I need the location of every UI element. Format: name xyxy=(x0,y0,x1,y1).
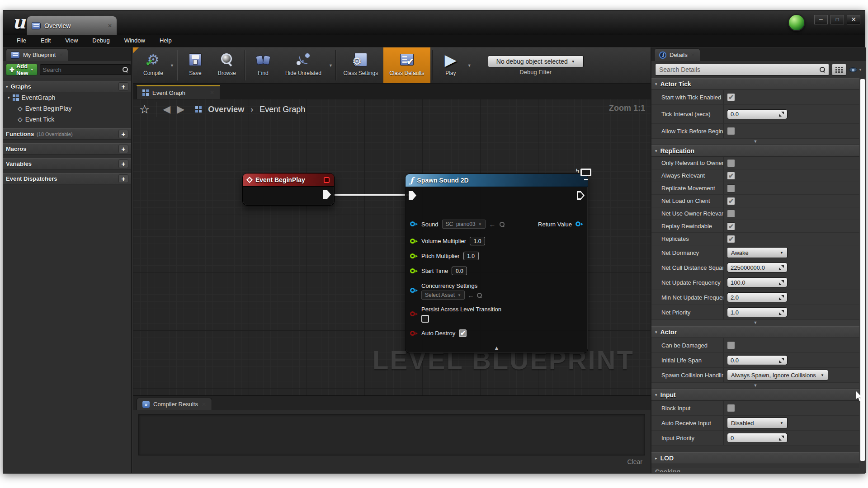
concurrency-asset-dropdown[interactable]: Select Asset ▼ xyxy=(421,291,465,300)
pitch-multiplier-pin[interactable] xyxy=(410,253,418,259)
section-graphs[interactable]: ▾ Graphs + xyxy=(3,81,131,92)
hide-unrelated-options-chevron[interactable]: ▼ xyxy=(329,63,333,68)
tree-item-event-beginplay[interactable]: ◇ Event BeginPlay xyxy=(3,103,131,114)
debug-filter-dropdown[interactable]: No debug object selected ▼ xyxy=(488,56,584,67)
dropdown[interactable]: Always Spawn, Ignore Collisions▼ xyxy=(727,370,828,380)
nav-back-button[interactable]: ◀ xyxy=(163,103,170,115)
menu-view[interactable]: View xyxy=(59,35,84,47)
play-options-chevron[interactable]: ▼ xyxy=(467,63,472,68)
class-defaults-button[interactable]: Class Defaults xyxy=(383,47,430,83)
add-function-button[interactable]: + xyxy=(118,130,128,138)
section-replication[interactable]: ▾ Replication xyxy=(651,145,859,157)
browse-asset-icon[interactable] xyxy=(477,293,482,298)
pitch-multiplier-input[interactable]: 1.0 xyxy=(463,252,479,260)
close-button[interactable]: ✕ xyxy=(847,15,860,24)
menu-window[interactable]: Window xyxy=(118,35,151,47)
return-value-pin[interactable] xyxy=(576,221,583,227)
checkbox[interactable] xyxy=(727,222,735,230)
section-event-dispatchers[interactable]: Event Dispatchers + xyxy=(3,173,131,184)
expander-chevron[interactable]: ▼ xyxy=(651,320,859,326)
drag-resize-icon[interactable] xyxy=(779,295,784,300)
close-tab-icon[interactable]: ✕ xyxy=(202,402,206,407)
exec-in-pin[interactable] xyxy=(409,191,416,200)
clear-button[interactable]: Clear xyxy=(627,458,642,465)
start-time-pin[interactable] xyxy=(410,268,418,274)
sound-pin[interactable] xyxy=(410,221,418,227)
hide-unrelated-button[interactable]: Hide Unrelated xyxy=(279,47,328,83)
close-tab-icon[interactable]: ✕ xyxy=(210,90,214,95)
details-search[interactable] xyxy=(655,64,829,75)
exec-out-pin[interactable] xyxy=(323,190,331,199)
exec-out-pin[interactable] xyxy=(577,191,585,200)
section-input[interactable]: ▾ Input xyxy=(651,389,859,401)
tab-event-graph[interactable]: Event Graph ✕ xyxy=(137,85,220,99)
overview-app-tab[interactable]: Overview ✕ xyxy=(27,16,117,35)
minimize-button[interactable]: ─ xyxy=(814,15,828,24)
number-input[interactable]: 0.0 xyxy=(727,109,788,119)
compile-button[interactable]: ⚙✔ Compile xyxy=(137,47,169,83)
drag-resize-icon[interactable] xyxy=(779,310,784,315)
blueprint-search-input[interactable] xyxy=(43,66,123,73)
persist-checkbox[interactable] xyxy=(421,315,429,323)
add-event-dispatcher-button[interactable]: + xyxy=(118,174,128,183)
add-graph-button[interactable]: + xyxy=(118,82,128,91)
close-tab-icon[interactable]: ✕ xyxy=(59,52,63,58)
drag-resize-icon[interactable] xyxy=(779,436,784,441)
checkbox[interactable] xyxy=(727,93,735,101)
number-input[interactable]: 1.0 xyxy=(727,307,788,317)
drag-resize-icon[interactable] xyxy=(779,358,784,363)
add-new-button[interactable]: ✚ Add New ▼ xyxy=(6,64,38,75)
class-settings-button[interactable]: Class Settings xyxy=(338,47,383,83)
number-input[interactable]: 0.0 xyxy=(727,355,788,365)
details-visibility-button[interactable]: ▼ xyxy=(849,67,862,72)
nav-forward-button[interactable]: ▶ xyxy=(177,103,184,115)
volume-multiplier-input[interactable]: 1.0 xyxy=(470,237,485,245)
auto-destroy-checkbox[interactable] xyxy=(459,329,467,337)
auto-destroy-pin[interactable] xyxy=(410,331,418,336)
expander-chevron[interactable]: ▼ xyxy=(651,139,859,145)
compile-options-chevron[interactable]: ▼ xyxy=(170,63,174,68)
checkbox[interactable] xyxy=(727,127,735,135)
connection-globe-icon[interactable] xyxy=(788,14,805,31)
checkbox[interactable] xyxy=(727,184,735,192)
section-variables[interactable]: Variables + xyxy=(3,158,131,169)
node-event-beginplay[interactable]: Event BeginPlay xyxy=(242,173,335,206)
expander-chevron[interactable]: ▼ xyxy=(651,383,859,389)
section-functions[interactable]: Functions (18 Overridable) + xyxy=(3,128,131,140)
drag-resize-icon[interactable] xyxy=(779,112,784,117)
section-actor-tick[interactable]: ▾ Actor Tick xyxy=(651,78,859,90)
browse-asset-icon[interactable] xyxy=(500,222,505,227)
play-button[interactable]: ▶ Play xyxy=(435,47,467,83)
details-scrollbar[interactable] xyxy=(860,79,865,461)
collapse-node-arrow[interactable]: ▲ xyxy=(494,345,500,351)
menu-help[interactable]: Help xyxy=(153,35,178,47)
menu-debug[interactable]: Debug xyxy=(86,35,116,47)
breadcrumb-overview[interactable]: Overview xyxy=(208,105,244,114)
details-search-input[interactable] xyxy=(659,66,820,73)
drag-resize-icon[interactable] xyxy=(779,265,784,270)
sound-asset-dropdown[interactable]: SC_piano03 ▼ xyxy=(442,220,486,229)
close-tab-icon[interactable]: ✕ xyxy=(691,52,695,58)
add-macro-button[interactable]: + xyxy=(118,145,128,153)
dropdown[interactable]: Awake▼ xyxy=(727,247,788,258)
checkbox[interactable] xyxy=(727,159,735,167)
section-cooking-partial[interactable]: Cooking xyxy=(651,468,859,472)
persist-pin[interactable] xyxy=(410,311,418,317)
section-lod[interactable]: ▸ LOD xyxy=(651,452,859,464)
find-button[interactable]: Find xyxy=(247,47,279,83)
menu-file[interactable]: File xyxy=(10,35,33,47)
volume-multiplier-pin[interactable] xyxy=(410,239,418,244)
tree-item-eventgraph[interactable]: ▾ EventGraph xyxy=(3,92,131,103)
tab-my-blueprint[interactable]: My Blueprint ✕ xyxy=(6,48,68,61)
tab-details[interactable]: i Details ✕ xyxy=(654,48,700,61)
checkbox[interactable] xyxy=(727,197,735,205)
property-matrix-button[interactable] xyxy=(832,64,846,75)
tab-compiler-results[interactable]: » Compiler Results ✕ xyxy=(137,398,212,410)
checkbox[interactable] xyxy=(727,235,735,243)
maximize-button[interactable]: □ xyxy=(830,15,844,24)
checkbox[interactable] xyxy=(727,404,735,412)
use-selected-asset-icon[interactable]: ← xyxy=(489,221,496,228)
section-actor[interactable]: ▾ Actor xyxy=(651,326,859,338)
blueprint-search[interactable] xyxy=(40,64,131,75)
checkbox[interactable] xyxy=(727,210,735,218)
